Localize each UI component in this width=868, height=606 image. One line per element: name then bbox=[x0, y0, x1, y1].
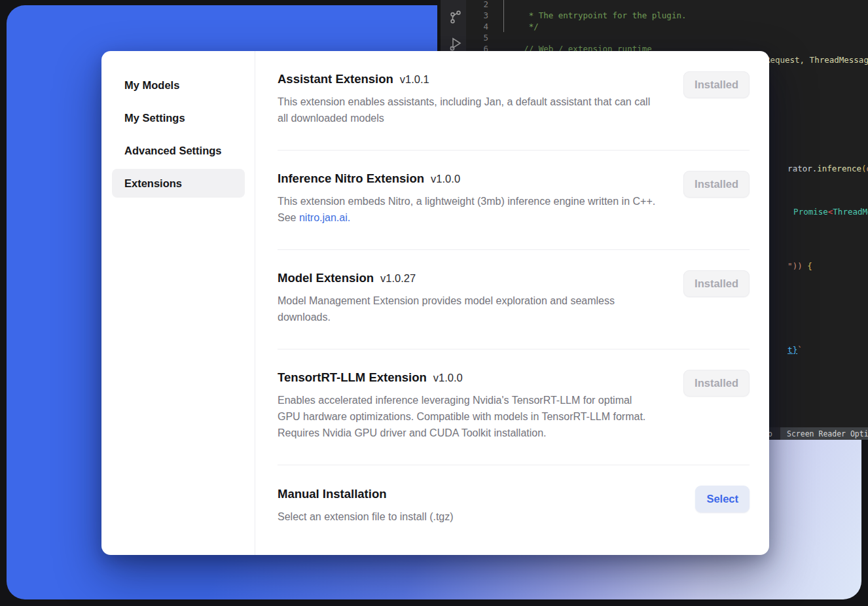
sidebar-item-my-settings[interactable]: My Settings bbox=[112, 103, 245, 132]
installed-button[interactable]: Installed bbox=[683, 370, 750, 397]
extension-row-tensorrt-llm: TensortRT-LLM Extensionv1.0.0 Enables ac… bbox=[278, 349, 750, 465]
extension-description: This extension embeds Nitro, a lightweig… bbox=[278, 193, 656, 226]
extension-name: Model Extension bbox=[278, 271, 374, 285]
extension-heading: TensortRT-LLM Extensionv1.0.0 bbox=[278, 368, 750, 386]
select-file-button[interactable]: Select bbox=[695, 486, 750, 512]
installed-button[interactable]: Installed bbox=[683, 270, 750, 297]
line-number: 5 bbox=[466, 32, 488, 43]
sidebar-item-advanced-settings[interactable]: Advanced Settings bbox=[112, 136, 245, 165]
extension-description: This extension enables assistants, inclu… bbox=[278, 94, 656, 126]
manual-installation-row: Manual Installation Select an extension … bbox=[278, 465, 750, 541]
installed-button[interactable]: Installed bbox=[683, 71, 750, 98]
code-fragment: t}` bbox=[768, 333, 803, 366]
manual-installation-title: Manual Installation bbox=[278, 487, 387, 501]
manual-installation-heading: Manual Installation bbox=[278, 485, 750, 503]
extension-heading: Assistant Extensionv1.0.1 bbox=[278, 70, 750, 88]
code-type: Promise bbox=[793, 207, 828, 217]
extension-row-assistant: Assistant Extensionv1.0.1 This extension… bbox=[278, 51, 750, 151]
extensions-panel: Assistant Extensionv1.0.1 This extension… bbox=[255, 51, 769, 555]
line-number: 2 bbox=[466, 0, 488, 10]
extension-heading: Inference Nitro Extensionv1.0.0 bbox=[278, 169, 750, 187]
code-type: ThreadMessage bbox=[833, 207, 868, 217]
code-template-link: t} bbox=[787, 345, 797, 355]
code-bracket: ( bbox=[861, 164, 867, 173]
nitro-jan-ai-link[interactable]: nitro.jan.ai. bbox=[299, 212, 350, 223]
settings-sidebar: My Models My Settings Advanced Settings … bbox=[101, 51, 255, 555]
extension-version: v1.0.0 bbox=[433, 372, 463, 383]
extension-version: v1.0.0 bbox=[431, 173, 460, 185]
extension-name: Inference Nitro Extension bbox=[278, 171, 424, 185]
code-fragment: rator.inference(data)); bbox=[768, 152, 868, 185]
code-bracket: { bbox=[803, 261, 812, 271]
installed-button[interactable]: Installed bbox=[683, 171, 750, 198]
code-fragment: ")) { bbox=[768, 249, 812, 283]
extension-name: Assistant Extension bbox=[278, 72, 393, 86]
extension-version: v1.0.1 bbox=[400, 73, 429, 85]
extension-name: TensortRT-LLM Extension bbox=[278, 370, 427, 384]
extension-row-model: Model Extensionv1.0.27 Model Management … bbox=[278, 250, 750, 349]
source-control-icon[interactable] bbox=[448, 9, 463, 25]
line-number: 4 bbox=[466, 21, 488, 32]
code-comment: * The entrypoint for the plugin. bbox=[524, 10, 686, 20]
screen-reader-status-item[interactable]: Screen Reader Optimize bbox=[780, 427, 868, 440]
extension-version: v1.0.27 bbox=[380, 272, 416, 284]
extension-row-inference-nitro: Inference Nitro Extensionv1.0.0 This ext… bbox=[278, 151, 750, 250]
extension-description: Model Management Extension provides mode… bbox=[278, 293, 656, 325]
code-function: inference bbox=[817, 164, 861, 173]
code-string: ")) bbox=[787, 261, 803, 271]
line-number: 3 bbox=[466, 10, 488, 21]
manual-installation-description: Select an extension file to install (.tg… bbox=[278, 508, 656, 525]
code-fragment: Promise<ThreadMessage> bbox=[774, 195, 868, 228]
sidebar-item-extensions[interactable]: Extensions bbox=[112, 169, 245, 198]
jan-settings-modal: My Models My Settings Advanced Settings … bbox=[101, 51, 769, 555]
sidebar-item-my-models[interactable]: My Models bbox=[112, 71, 245, 99]
code-string: ` bbox=[797, 345, 803, 355]
run-debug-icon[interactable] bbox=[448, 36, 463, 52]
code-comment: */ bbox=[524, 22, 539, 31]
extension-heading: Model Extensionv1.0.27 bbox=[278, 269, 750, 287]
extension-description: Enables accelerated inference leveraging… bbox=[278, 392, 656, 441]
code-text: rator. bbox=[787, 164, 817, 173]
